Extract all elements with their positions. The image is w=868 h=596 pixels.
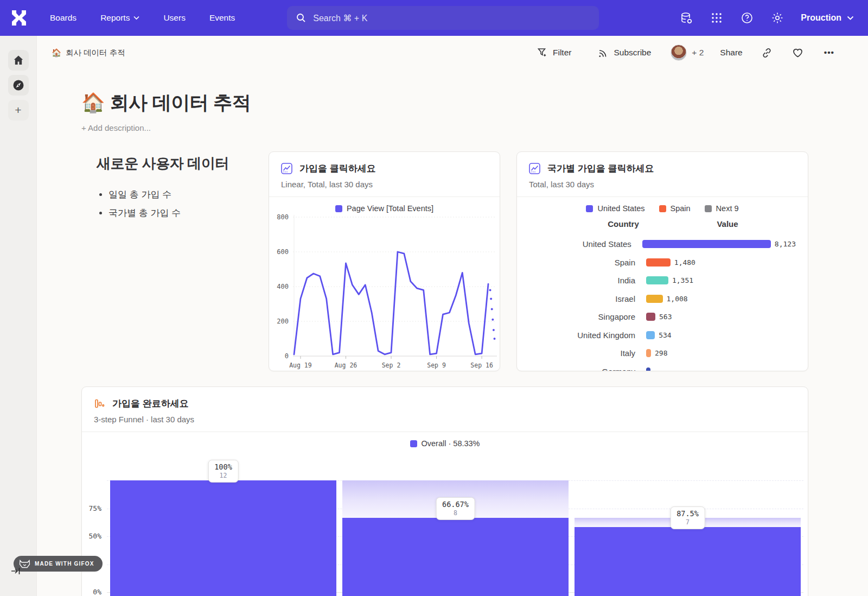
- country-row-united-kingdom[interactable]: United Kingdom534: [529, 326, 796, 345]
- svg-text:600: 600: [277, 248, 289, 256]
- country-row-italy[interactable]: Italy298: [529, 344, 796, 363]
- project-switcher[interactable]: Prouction: [801, 13, 854, 23]
- country-bar: [646, 313, 655, 321]
- filter-button[interactable]: Filter: [537, 47, 571, 58]
- avatar: [671, 45, 687, 61]
- page-title: 🏠 회사 데이터 추적: [81, 90, 251, 116]
- country-value: 534: [659, 331, 671, 339]
- line-card-header[interactable]: 가입을 클릭하세요: [281, 162, 488, 175]
- svg-text:Sep 9: Sep 9: [427, 362, 446, 369]
- divider: [269, 196, 500, 197]
- topnav-item-label: Users: [163, 13, 185, 23]
- country-bar: [642, 240, 771, 248]
- legend-label: United States: [597, 204, 644, 213]
- funnel-bar-step-2[interactable]: [342, 518, 569, 596]
- topnav-item-reports[interactable]: Reports: [100, 13, 139, 23]
- subscribe-icon: [597, 47, 609, 59]
- divider: [82, 432, 808, 432]
- legend-label: Spain: [671, 204, 691, 213]
- text-card[interactable]: 새로운 사용자 데이터 일일 총 가입 수국가별 총 가입 수: [97, 154, 276, 225]
- home-icon[interactable]: [8, 50, 29, 71]
- funnel-step-badge: 87.5%7: [670, 506, 705, 529]
- compass-icon[interactable]: [8, 75, 29, 96]
- country-row-germany[interactable]: Germany: [529, 363, 796, 372]
- chevron-down-icon: [133, 16, 139, 20]
- legend-item[interactable]: Overall · 58.33%: [410, 439, 480, 448]
- funnel-y-label: 50%: [82, 532, 101, 540]
- funnel-step-pct: 87.5%: [676, 509, 699, 518]
- data-management-icon[interactable]: [679, 11, 693, 25]
- text-card-bullet: 일일 총 가입 수: [108, 188, 276, 201]
- country-value: 1,480: [674, 258, 695, 267]
- topnav-item-boards[interactable]: Boards: [50, 13, 76, 23]
- help-icon[interactable]: [740, 11, 754, 25]
- apps-grid-icon[interactable]: [710, 11, 724, 25]
- country-bar: [646, 295, 663, 303]
- bar-chart-icon: [94, 398, 105, 409]
- line-card-subtitle: Linear, Total, last 30 days: [281, 180, 488, 189]
- expand-sidebar-icon[interactable]: [11, 567, 21, 578]
- legend-swatch: [586, 205, 593, 212]
- country-row-israel[interactable]: Israel1,008: [529, 290, 796, 308]
- favorite-heart-icon[interactable]: [792, 47, 803, 59]
- country-value: 8,123: [775, 240, 796, 248]
- line-chart-legend: Page View [Total Events]: [269, 204, 500, 213]
- funnel-card-subtitle: 3-step Funnel · last 30 days: [94, 415, 796, 424]
- topnav-item-events[interactable]: Events: [209, 13, 235, 23]
- topnav-item-users[interactable]: Users: [163, 13, 185, 23]
- country-value: 298: [655, 349, 667, 357]
- add-description-field[interactable]: + Add description...: [81, 123, 251, 132]
- legend-item[interactable]: Spain: [659, 204, 691, 213]
- legend-swatch: [659, 205, 666, 212]
- country-bar: [646, 258, 671, 267]
- svg-text:400: 400: [277, 283, 289, 290]
- country-label: Italy: [529, 348, 635, 358]
- country-row-united-states[interactable]: United States8,123: [529, 235, 796, 253]
- breadcrumb[interactable]: 🏠 회사 데이터 추적: [52, 48, 125, 58]
- country-row-singapore[interactable]: Singapore563: [529, 308, 796, 326]
- collaborators[interactable]: + 2: [671, 45, 704, 61]
- country-bar: [646, 367, 650, 371]
- funnel-plot: 75%50%25%0%100%1266.67%887.5%7: [82, 452, 808, 596]
- funnel-y-label: 75%: [82, 504, 101, 512]
- page-title-emoji: 🏠: [81, 92, 110, 113]
- search-input[interactable]: Search ⌘ + K: [287, 6, 599, 30]
- add-board-button[interactable]: +: [8, 100, 29, 121]
- country-bar: [646, 331, 655, 339]
- column-header-country: Country: [593, 219, 653, 229]
- subscribe-button[interactable]: Subscribe: [597, 47, 651, 59]
- funnel-bar-step-3[interactable]: [575, 527, 801, 596]
- more-options-button[interactable]: •••: [824, 48, 834, 58]
- funnel-card-header[interactable]: 가입을 완료하세요: [94, 397, 796, 410]
- funnel-step-count: 12: [214, 472, 232, 479]
- gifox-badge: MADE WITH GIFOX: [14, 556, 103, 572]
- search-placeholder: Search ⌘ + K: [313, 13, 367, 23]
- copy-link-icon[interactable]: [761, 47, 773, 59]
- board-toolbar: 🏠 회사 데이터 추적 Filter Subscribe + 2 Share: [37, 36, 868, 69]
- legend-item[interactable]: United States: [586, 204, 644, 213]
- left-rail: +: [0, 36, 37, 596]
- country-value: 1,351: [672, 276, 693, 284]
- country-row-india[interactable]: India1,351: [529, 271, 796, 290]
- countries-card-header[interactable]: 국가별 가입을 클릭하세요: [529, 162, 796, 175]
- breadcrumb-emoji: 🏠: [52, 48, 61, 58]
- topnav-menu: BoardsReportsUsersEvents: [50, 13, 235, 23]
- column-header-value: Value: [706, 219, 749, 229]
- line-chart-plot[interactable]: 0200400600800Aug 19Aug 26Sep 2Sep 9Sep 1…: [269, 213, 500, 371]
- funnel-step-count: 7: [676, 518, 699, 526]
- country-label: Spain: [529, 258, 635, 267]
- funnel-bar-step-1[interactable]: [110, 480, 336, 596]
- legend-swatch: [335, 205, 342, 212]
- countries-column-headers: Country Value: [529, 219, 796, 231]
- countries-legend: United StatesSpainNext 9: [517, 204, 808, 213]
- legend-item[interactable]: Page View [Total Events]: [335, 204, 433, 213]
- countries-card-subtitle: Total, last 30 days: [529, 180, 796, 189]
- svg-text:Sep 2: Sep 2: [382, 362, 401, 369]
- report-card-countries: 국가별 가입을 클릭하세요 Total, last 30 days United…: [516, 151, 808, 371]
- search-icon: [296, 12, 307, 23]
- mixpanel-logo-icon[interactable]: [11, 10, 29, 26]
- settings-gear-icon[interactable]: [770, 11, 784, 25]
- share-button[interactable]: Share: [720, 48, 742, 58]
- country-row-spain[interactable]: Spain1,480: [529, 253, 796, 272]
- legend-item[interactable]: Next 9: [705, 204, 739, 213]
